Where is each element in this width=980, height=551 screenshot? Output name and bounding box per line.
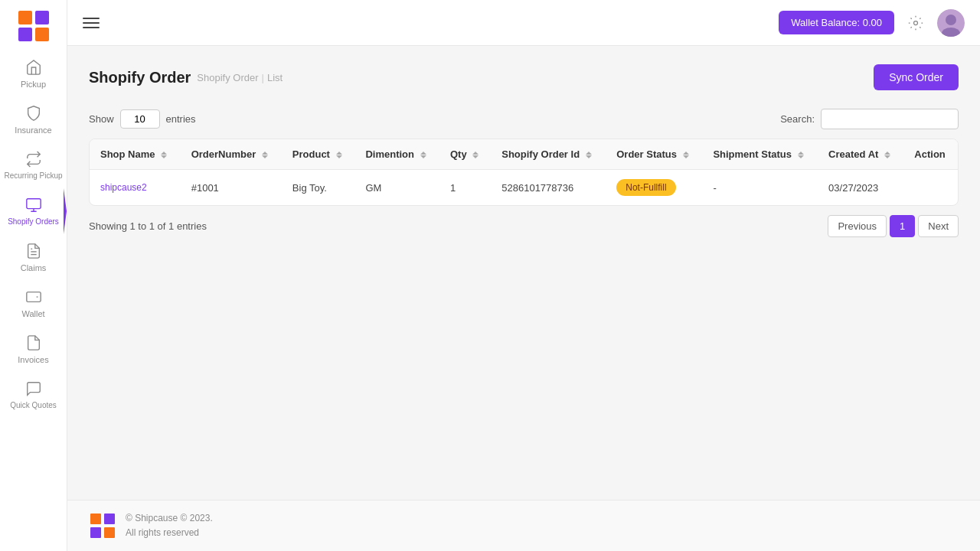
search-label: Search:: [780, 113, 815, 125]
main-area: Wallet Balance: 0.00 Shopify Order: [67, 0, 980, 551]
cell-created-at: 03/27/2023: [818, 170, 903, 206]
sort-shipment-status-icon: [798, 152, 804, 158]
wallet-balance-button[interactable]: Wallet Balance: 0.00: [779, 11, 894, 34]
svg-point-8: [914, 21, 918, 24]
cell-shipment-status: -: [702, 170, 818, 206]
sidebar-item-shopify-label: Shopify Orders: [8, 217, 59, 227]
svg-rect-1: [35, 11, 49, 24]
entries-label: entries: [166, 113, 196, 125]
footer-text: © Shipcause © 2023. All rights reserved: [126, 511, 213, 540]
sort-product-icon: [336, 152, 342, 158]
sidebar-item-invoices[interactable]: Invoices: [0, 326, 67, 372]
page-title-area: Shopify Order Shopify Order | List: [89, 69, 283, 86]
show-entries-input[interactable]: 10: [120, 109, 160, 129]
cell-action: [903, 170, 958, 206]
breadcrumb-link[interactable]: Shopify Order: [197, 72, 258, 83]
sidebar-logo: [15, 8, 52, 44]
sort-created-at-icon: [884, 152, 890, 158]
header-left: [83, 18, 100, 28]
svg-rect-2: [18, 28, 32, 41]
sort-shop-name-icon: [161, 152, 167, 158]
sort-dimention-icon: [420, 152, 426, 158]
footer-rights: All rights reserved: [126, 526, 213, 540]
svg-rect-12: [90, 514, 101, 524]
page-header: Shopify Order Shopify Order | List Sync …: [89, 64, 959, 90]
sidebar-item-wallet[interactable]: Wallet: [0, 280, 67, 326]
page-1-button[interactable]: 1: [890, 215, 915, 237]
status-badge: Not-Fullfill: [616, 179, 675, 196]
svg-point-10: [946, 15, 956, 25]
svg-rect-13: [104, 514, 115, 524]
quotes-icon: [24, 380, 43, 398]
col-product[interactable]: Product: [282, 139, 355, 170]
col-shop-name[interactable]: Shop Name: [90, 139, 181, 170]
recurring-icon: [24, 150, 43, 168]
cell-shop-name: shipcause2: [90, 170, 181, 206]
orders-table-container: Shop Name OrderNumber Product Dimen: [89, 139, 959, 206]
cell-qty: 1: [439, 170, 491, 206]
pickup-icon: [24, 58, 43, 77]
col-order-status[interactable]: Order Status: [606, 139, 702, 170]
showing-text: Showing 1 to 1 of 1 entries: [89, 220, 207, 232]
svg-rect-7: [26, 292, 40, 302]
pagination: Previous 1 Next: [828, 215, 959, 237]
svg-rect-14: [90, 527, 101, 538]
header-right: Wallet Balance: 0.00: [779, 9, 965, 37]
cell-dimention: GM: [354, 170, 439, 206]
sidebar: Pickup Insurance Recurring Pickup Shopif…: [0, 0, 67, 551]
svg-rect-0: [18, 11, 32, 24]
col-dimention[interactable]: Dimention: [354, 139, 439, 170]
sidebar-item-insurance-label: Insurance: [15, 126, 51, 135]
table-body: shipcause2 #1001 Big Toy. GM 1 528610177…: [90, 170, 958, 206]
sidebar-item-invoices-label: Invoices: [18, 355, 48, 364]
table-controls: Show 10 entries Search:: [89, 109, 959, 129]
pagination-area: Showing 1 to 1 of 1 entries Previous 1 N…: [89, 215, 959, 237]
col-qty[interactable]: Qty: [439, 139, 491, 170]
page-content: Shopify Order Shopify Order | List Sync …: [67, 46, 980, 500]
settings-icon-button[interactable]: [903, 11, 928, 35]
sidebar-item-claims[interactable]: Claims: [0, 234, 67, 280]
user-avatar[interactable]: [937, 9, 965, 37]
menu-toggle-button[interactable]: [83, 18, 100, 28]
shopify-icon: [24, 196, 43, 214]
sidebar-item-pickup[interactable]: Pickup: [0, 51, 67, 96]
col-action: Action: [903, 139, 958, 170]
sidebar-item-quick-quotes[interactable]: Quick Quotes: [0, 372, 67, 418]
footer-logo: [89, 512, 116, 540]
show-entries-control: Show 10 entries: [89, 109, 196, 129]
svg-rect-15: [104, 527, 115, 538]
col-shopify-order-id[interactable]: Shopify Order Id: [491, 139, 606, 170]
col-shipment-status[interactable]: Shipment Status: [702, 139, 818, 170]
table-row: shipcause2 #1001 Big Toy. GM 1 528610177…: [90, 170, 958, 206]
next-page-button[interactable]: Next: [918, 215, 959, 237]
page-title: Shopify Order: [89, 69, 191, 86]
wallet-icon: [24, 288, 43, 306]
footer-copyright: © Shipcause © 2023.: [126, 511, 213, 526]
sidebar-item-pickup-label: Pickup: [21, 80, 46, 89]
search-input[interactable]: [821, 109, 959, 129]
sort-order-number-icon: [262, 152, 268, 158]
sort-order-status-icon: [683, 152, 689, 158]
show-label: Show: [89, 113, 114, 125]
svg-rect-4: [26, 199, 40, 209]
col-created-at[interactable]: Created At: [818, 139, 903, 170]
sidebar-item-quotes-label: Quick Quotes: [10, 401, 57, 410]
svg-rect-3: [35, 28, 49, 41]
footer: © Shipcause © 2023. All rights reserved: [67, 500, 980, 551]
sidebar-item-shopify-orders[interactable]: Shopify Orders: [0, 188, 67, 234]
col-order-number[interactable]: OrderNumber: [181, 139, 282, 170]
sidebar-item-insurance[interactable]: Insurance: [0, 96, 67, 142]
sync-order-button[interactable]: Sync Order: [874, 64, 959, 90]
previous-page-button[interactable]: Previous: [828, 215, 887, 237]
claims-icon: [24, 242, 43, 260]
sidebar-item-wallet-label: Wallet: [21, 309, 44, 318]
breadcrumb: Shopify Order | List: [197, 72, 283, 83]
sort-shopify-order-id-icon: [586, 152, 592, 158]
search-area: Search:: [780, 109, 959, 129]
header: Wallet Balance: 0.00: [67, 0, 980, 46]
invoices-icon: [24, 334, 43, 352]
cell-order-status: Not-Fullfill: [606, 170, 702, 206]
cell-order-number: #1001: [181, 170, 282, 206]
sidebar-item-recurring-pickup[interactable]: Recurring Pickup: [0, 142, 67, 188]
table-header-row: Shop Name OrderNumber Product Dimen: [90, 139, 958, 170]
